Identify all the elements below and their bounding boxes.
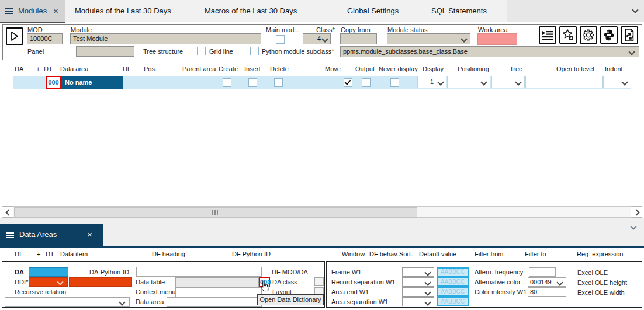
tab-close-icon[interactable]: ×: [53, 6, 58, 15]
row-positioning-select[interactable]: [447, 76, 490, 88]
row-move-checkbox[interactable]: [344, 78, 352, 87]
main-mod-checkbox[interactable]: [276, 35, 285, 44]
record-separation-w1-color-field[interactable]: AABBCC: [437, 277, 469, 287]
work-area-field[interactable]: [477, 33, 517, 45]
scrollbar-grip: [214, 210, 216, 215]
grid-line-label: Grid line: [209, 48, 233, 55]
copy-from-field[interactable]: [340, 33, 377, 44]
alternative-color-select[interactable]: 000149: [528, 277, 566, 287]
row-create-checkbox[interactable]: [223, 78, 231, 87]
ddi-chevron-down-icon: [57, 278, 63, 285]
row-data-area-cell[interactable]: No name: [61, 76, 123, 89]
col-di: DI: [15, 250, 21, 257]
python-file-button[interactable]: [621, 26, 638, 44]
grid-line-checkbox[interactable]: [197, 47, 206, 55]
python-subclass-chevron-down-icon: [628, 48, 635, 55]
row-delete-checkbox[interactable]: [274, 78, 283, 87]
da-python-id-field[interactable]: [136, 267, 262, 277]
mod-field[interactable]: 10000C: [27, 33, 63, 44]
row-insert-checkbox[interactable]: [248, 78, 257, 87]
tab-bar-spacer: [507, 0, 644, 22]
module-field[interactable]: Test Module: [70, 33, 261, 44]
altern-frequency-field[interactable]: [529, 267, 556, 277]
row-never-display-checkbox[interactable]: [390, 78, 399, 87]
row-display-select[interactable]: 1: [417, 76, 446, 88]
frame-w1-color-field[interactable]: AABBCC: [437, 267, 469, 277]
panel-field[interactable]: [76, 46, 134, 57]
da-label: DA: [15, 269, 24, 276]
area-end-w1-color-field[interactable]: AABBCC: [437, 287, 469, 297]
col-df-heading: DF heading: [152, 250, 185, 257]
area-separation-w1-select[interactable]: [402, 297, 434, 306]
tab-data-areas-label: Data Areas: [19, 230, 57, 239]
ddi-label: DDI*: [15, 278, 28, 285]
hamburger-menu-icon[interactable]: [5, 8, 13, 14]
tab-macros-last-30-days[interactable]: Macros of the Last 30 Days: [205, 6, 297, 15]
header-divider: [326, 248, 326, 261]
tab-global-settings[interactable]: Global Settings: [347, 6, 399, 15]
recursive-relation-select[interactable]: [5, 297, 130, 307]
class-select[interactable]: 4: [303, 33, 331, 44]
col-sort: Sort.: [399, 250, 413, 257]
col-default-value: Default value: [419, 250, 456, 257]
frame-w1-label: Frame W1: [331, 269, 361, 276]
positioning-chevron-down-icon: [480, 79, 487, 85]
frame-w1-select[interactable]: [402, 267, 434, 277]
col-plus[interactable]: +: [36, 65, 40, 72]
da-field[interactable]: [29, 267, 68, 277]
col-data-item: Data item: [60, 250, 88, 257]
data-table-field[interactable]: [175, 277, 259, 287]
data-area-field[interactable]: [167, 297, 262, 307]
area-end-w1-select[interactable]: [402, 287, 434, 297]
row-indent-select[interactable]: [603, 76, 631, 88]
python-subclass-checkbox[interactable]: [250, 47, 259, 55]
chevron-down-icon: [424, 299, 431, 305]
tab-modules[interactable]: Modules ×: [0, 0, 65, 22]
ddi-select[interactable]: [29, 277, 68, 287]
color-intensity-w1-label: Color intensity W1: [475, 288, 527, 295]
row-open-to-level-field[interactable]: [525, 76, 603, 88]
context-menu-field[interactable]: [175, 287, 262, 297]
row-dt-cell[interactable]: 000: [46, 76, 61, 89]
hand-cursor: [259, 280, 270, 292]
recursive-relation-chevron-down-icon: [119, 299, 125, 305]
chevron-down-icon: [556, 279, 563, 285]
col-open-to-level: Open to level: [556, 65, 594, 72]
scroll-right-button[interactable]: [631, 206, 642, 218]
area-separation-w1-color-field[interactable]: AABBCC: [437, 297, 469, 306]
python-subclass-select[interactable]: ppms.module_subclasses.base_class.Base: [340, 46, 639, 57]
hamburger-menu-icon[interactable]: [6, 232, 14, 238]
active-tab-underline: [0, 22, 65, 23]
tab-data-areas[interactable]: Data Areas ×: [0, 224, 103, 246]
col-dt: DT: [46, 250, 54, 257]
scrollbar-thumb[interactable]: [14, 207, 417, 218]
display-chevron-down-icon: [437, 79, 444, 85]
scroll-left-button[interactable]: [2, 206, 13, 218]
col-parent-area: Parent area: [182, 65, 216, 72]
area-separation-w1-label: Area separation W1: [331, 298, 388, 305]
tab-modules-last-30-days[interactable]: Modules of the Last 30 Days: [75, 6, 171, 15]
color-intensity-w1-field[interactable]: 80: [528, 287, 566, 297]
tab-close-icon[interactable]: ×: [87, 230, 92, 239]
data-table-label: Data table: [136, 278, 165, 285]
run-module-button[interactable]: [6, 27, 23, 45]
python-file-icon: [624, 29, 635, 41]
record-separation-w1-label: Record separation W1: [331, 278, 395, 285]
module-status-chevron-down-icon: [461, 36, 467, 42]
row-output-checkbox[interactable]: [362, 78, 371, 87]
panel-label: Panel: [27, 48, 44, 55]
python-button[interactable]: [600, 26, 618, 44]
da-class-field[interactable]: [314, 277, 324, 286]
row-tree-select[interactable]: [491, 76, 525, 88]
module-status-select[interactable]: [387, 33, 470, 44]
settings-button[interactable]: [580, 26, 597, 44]
tab-sql-statements[interactable]: SQL Statements: [431, 6, 487, 15]
ddi-field[interactable]: [69, 277, 132, 287]
record-separation-w1-select[interactable]: [402, 277, 434, 287]
run-list-button[interactable]: [539, 26, 556, 44]
col-plus[interactable]: +: [37, 250, 40, 257]
da-python-id-label: DA-Python-ID: [89, 269, 129, 276]
row-display-value: 1: [430, 78, 434, 85]
col-df-python-id: DF Python ID: [232, 250, 271, 257]
favorite-settings-button[interactable]: [559, 26, 577, 44]
